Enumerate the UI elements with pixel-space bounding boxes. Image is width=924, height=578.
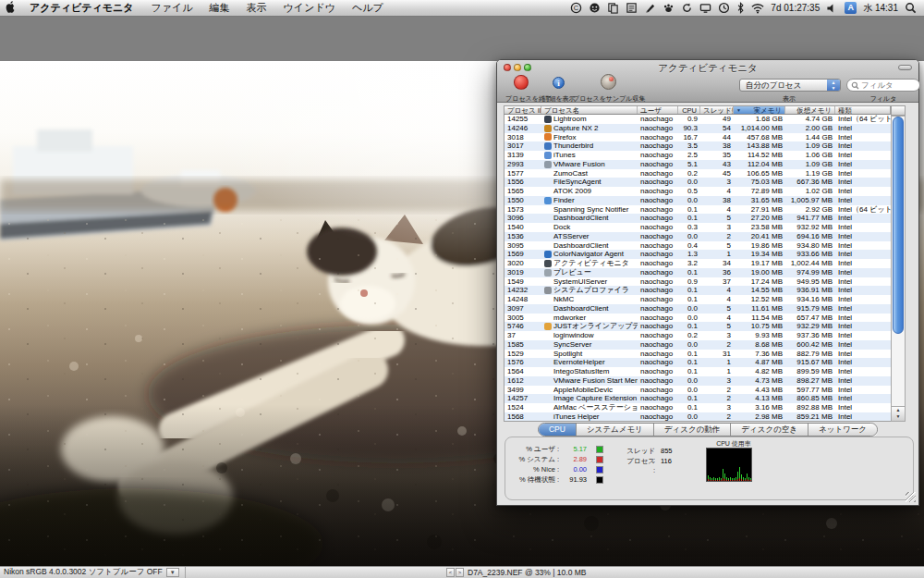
bluetooth-icon[interactable] [736,2,745,14]
column-header-virtual-memory[interactable]: 仮想メモリ [785,106,835,114]
table-row[interactable]: 1568iTunes Helpernaochago0.022.98 MB859.… [505,412,891,422]
table-row[interactable]: 3095DashboardClientnaochago0.4519.86 MB9… [505,241,891,251]
table-row[interactable]: 3019プレビューnaochago0.13619.00 MB974.99 MBI… [505,268,891,277]
stat-color-swatch[interactable] [596,466,603,473]
cpu-history-bar [719,477,720,481]
table-row[interactable]: 14257Image Capture Extensionnaochago0.12… [505,394,891,403]
table-row[interactable]: 14255Lightroomnaochago0.9491.68 GB4.74 G… [505,115,891,124]
stat-color-swatch[interactable] [596,446,603,453]
table-row[interactable]: 14232システムプロファイラnaochago0.1414.55 MB936.9… [505,286,891,295]
table-row[interactable]: 1549SystemUIServernaochago0.93717.24 MB9… [505,277,891,287]
menu-clock[interactable]: 水 14:31 [863,2,898,15]
column-header-real-memory[interactable]: ▼実メモリ [734,106,785,114]
menu-item-help[interactable]: ヘルプ [344,0,392,16]
filter-search-field[interactable] [846,79,920,92]
sync-icon[interactable] [681,2,693,14]
menu-item-edit[interactable]: 編集 [201,0,238,16]
face-circle-icon[interactable] [589,2,601,14]
table-row[interactable]: 3005mdworkernaochago0.0411.54 MB657.47 M… [505,314,891,323]
cpu-history-bar [726,477,727,481]
column-header-cpu[interactable]: CPU [678,106,700,114]
previous-image-button[interactable]: < [446,568,455,577]
scrollbar-arrows[interactable]: ▲▼ [892,406,905,421]
window-titlebar[interactable]: アクティビティモニタ [497,60,918,74]
table-row[interactable]: 1529Spotlightnaochago0.1317.36 MB882.79 … [505,350,891,359]
column-header-user[interactable]: ユーザ [638,106,678,114]
cpu-history-bar [723,469,723,481]
input-source-badge[interactable]: A [845,2,857,14]
table-row[interactable]: 3139iTunesnaochago2.535114.52 MB1.06 GBI… [505,151,891,160]
table-row[interactable]: 3499AppleMobileDevicnaochago0.024.43 MB5… [505,386,891,395]
column-header-name[interactable]: プロセス名 [541,106,638,114]
stat-color-swatch[interactable] [596,456,603,463]
filter-input[interactable] [861,80,916,90]
cpu-history-bar [710,477,711,481]
next-image-button[interactable]: > [456,568,464,577]
table-row[interactable]: 1578diskimages-helpernaochago0.132.96 MB… [505,422,891,423]
quit-process-button[interactable] [514,75,529,90]
scrollbar-thumb[interactable] [893,117,904,334]
table-row[interactable]: 1577ZumoCastnaochago0.245106.65 MB1.19 G… [505,169,891,178]
tab-ネットワーク[interactable]: ネットワーク [808,424,877,436]
menu-item-window[interactable]: ウインドウ [275,0,344,16]
stat-value: 5.17 [563,445,587,453]
table-row[interactable]: 5746JUSTオンラインアップデートnaochago0.1510.75 MB9… [505,322,891,331]
apple-menu-icon[interactable] [0,1,20,15]
resize-grip[interactable] [906,492,916,502]
table-row[interactable]: 1556FileSyncAgentnaochago0.0375.03 MB667… [505,178,891,187]
column-header-kind[interactable]: 種類 [835,106,892,114]
table-row[interactable]: 1550Findernaochago0.03831.65 MB1,005.97 … [505,196,891,205]
menu-item-file[interactable]: ファイル [143,0,201,16]
pages-icon[interactable] [607,2,619,14]
process-icon [544,197,552,204]
table-row[interactable]: 1540Docknaochago0.3323.58 MB932.92 MBInt… [505,223,891,232]
toolbar-pill-button[interactable] [898,65,912,70]
volume-icon[interactable] [826,3,838,14]
tab-ディスクの空き[interactable]: ディスクの空き [731,424,808,436]
column-header-threads[interactable]: スレッド数 [700,106,734,114]
table-row[interactable]: 14248NkMCnaochago0.1412.52 MB934.16 MBIn… [505,295,891,304]
table-row[interactable]: 3097DashboardClientnaochago0.0511.61 MB9… [505,304,891,314]
table-row[interactable]: 1576EvernoteHelpernaochago0.114.87 MB915… [505,358,891,367]
copy-circle-icon[interactable]: C [570,2,582,14]
table-row[interactable]: 1565ATOK 2009naochago0.5472.89 MB1.02 GB… [505,187,891,196]
menu-item-view[interactable]: 表示 [238,0,275,16]
column-header-pid[interactable]: プロセス ID [505,106,541,114]
profile-dropdown-button[interactable]: ▼ [166,568,179,577]
table-row[interactable]: 3017Thunderbirdnaochago3.538143.88 MB1.0… [505,141,891,151]
table-row[interactable]: 37loginwindownaochago0.239.93 MB937.36 M… [505,331,891,340]
list-panel-icon[interactable] [626,2,638,14]
table-row[interactable]: 1612VMware Fusion Start Menunaochago0.03… [505,376,891,386]
show-popup-value: 自分のプロセス [746,80,802,90]
paw-icon[interactable] [663,2,675,14]
process-icon [544,133,552,141]
display-icon[interactable] [699,2,711,14]
wifi-icon[interactable] [751,3,764,14]
inspect-button[interactable]: i [553,77,565,89]
show-label: 表示 [761,94,817,104]
tab-ディスクの動作[interactable]: ディスクの動作 [654,424,732,436]
vertical-scrollbar[interactable]: ▲▼ [891,116,906,422]
spotlight-icon[interactable] [905,2,917,14]
menu-app-name[interactable]: アクティビティモニタ [20,0,143,16]
table-row[interactable]: 3018Firefoxnaochago16.744457.68 MB1.44 G… [505,133,891,142]
table-row[interactable]: 2993VMware Fusionnaochago5.143112.04 MB1… [505,160,891,169]
table-row[interactable]: 3020アクティビティモニタnaochago3.23419.17 MB1,002… [505,259,891,268]
table-row[interactable]: 1569ColorNavigator Agentnaochago1.3119.3… [505,250,891,259]
pen-icon[interactable] [644,2,656,14]
sample-process-button[interactable] [601,74,616,90]
table-row[interactable]: 14246Capture NX 2naochago90.3541,014.00 … [505,124,891,133]
tab-システムメモリ[interactable]: システムメモリ [577,424,654,436]
table-row[interactable]: 1573Spanning Sync Notifiernaochago0.1427… [505,205,891,215]
process-icon [544,251,552,258]
stat-color-swatch[interactable] [596,476,603,484]
time-machine-icon[interactable] [718,2,730,14]
table-row[interactable]: 1585SyncServernaochago0.028.68 MB600.42 … [505,340,891,350]
table-row[interactable]: 1564IntegoStatusItemnaochago0.114.82 MB8… [505,367,891,376]
table-row[interactable]: 1536ATSServernaochago0.0220.41 MB694.16 … [505,232,891,241]
table-row[interactable]: 1524AirMac ベースステーション…naochago0.133.16 MB… [505,403,891,412]
show-popup-menu[interactable]: 自分のプロセス ▲▼ [739,79,841,92]
tab-CPU[interactable]: CPU [539,424,577,436]
timer-menu-extra[interactable]: 7d 01:27:35 [771,3,820,13]
table-row[interactable]: 3096DashboardClientnaochago0.1527.20 MB9… [505,214,891,223]
